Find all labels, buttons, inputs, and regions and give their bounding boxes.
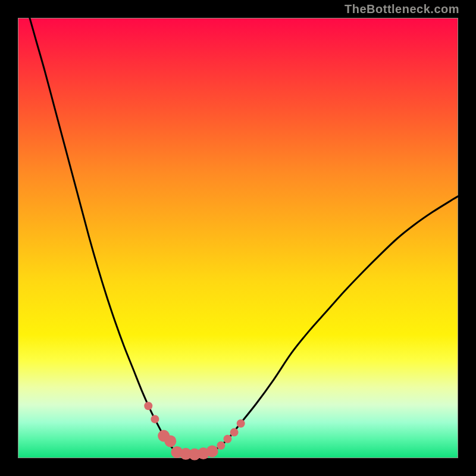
watermark-text: TheBottleneck.com [345, 2, 459, 16]
chart-svg [18, 18, 459, 459]
curve-marker [217, 441, 225, 450]
marker-group [144, 402, 245, 460]
curve-marker [144, 402, 152, 410]
curve-marker [237, 419, 245, 428]
curve-marker [164, 435, 176, 447]
curve-marker [224, 435, 232, 443]
chart-plot-area [18, 18, 458, 458]
curve-marker [151, 415, 159, 423]
bottleneck-curve [18, 0, 459, 455]
chart-frame: TheBottleneck.com [0, 0, 476, 476]
curve-marker [206, 445, 218, 457]
curve-marker [230, 428, 239, 437]
